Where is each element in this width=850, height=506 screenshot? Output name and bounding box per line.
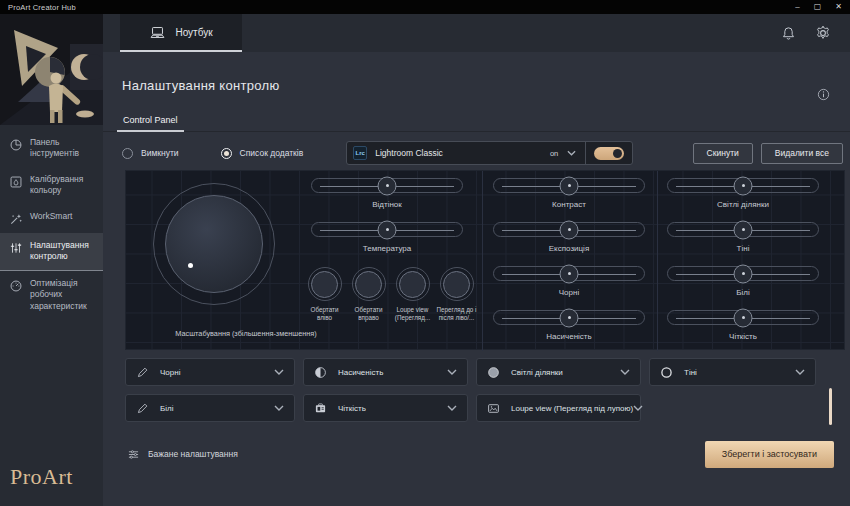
tab-laptop[interactable]: Ноутбук	[120, 14, 242, 52]
info-icon[interactable]	[817, 88, 830, 101]
gear-icon[interactable]	[814, 24, 832, 42]
sidebar-item-dashboard[interactable]: Панель інструментів	[0, 130, 103, 167]
preference-settings: Бажане налаштування	[127, 448, 238, 461]
sidebar: Панель інструментів Калібрування кольору…	[0, 14, 103, 506]
tab-bar: Control Panel	[103, 110, 850, 132]
zoom-dial-group: Масштабування (збільшення-зменшення)	[153, 183, 275, 305]
assign-dropdown-loupe-view[interactable]: Loupe view (Перегляд під лупою)	[476, 394, 641, 422]
slider-label: Відтінок	[372, 200, 402, 209]
slider-label: Насиченість	[546, 332, 591, 341]
tab-control-panel[interactable]: Control Panel	[117, 115, 184, 132]
sidebar-item-color-calibration[interactable]: Калібрування кольору	[0, 167, 103, 204]
chevron-down-icon	[795, 369, 805, 375]
vertical-scrollbar[interactable]	[829, 388, 832, 425]
assign-dropdown-shadows[interactable]: Тіні	[649, 358, 816, 386]
zoom-dial-knob[interactable]	[165, 195, 263, 293]
assign-dropdown-highlights[interactable]: Світлі ділянки	[476, 358, 641, 386]
slider-track[interactable]	[493, 266, 645, 281]
lightroom-classic-icon: Lrc	[353, 146, 367, 160]
toggle-wrap	[586, 142, 632, 164]
rotate-left-button[interactable]: Обертати вліво	[304, 267, 345, 322]
radio-disable[interactable]: Вимкнути	[122, 148, 179, 159]
button-core	[311, 271, 338, 298]
slider-knob[interactable]	[560, 220, 579, 239]
slider-track[interactable]	[667, 222, 819, 237]
rotate-right-button[interactable]: Обертати вправо	[348, 267, 389, 322]
loupe-view-button[interactable]: Loupe view (Перегляд...	[392, 267, 433, 322]
button-label: Loupe view (Перегляд...	[392, 306, 433, 322]
slider-knob[interactable]	[734, 220, 753, 239]
dropdown-label: Чіткість	[338, 404, 366, 413]
assign-dropdown-clarity[interactable]: Чіткість	[303, 394, 468, 422]
slider-knob[interactable]	[734, 176, 753, 195]
button-ring	[308, 267, 342, 301]
topbar: Ноутбук	[103, 14, 850, 52]
button-core	[443, 271, 470, 298]
close-button[interactable]: ✕	[835, 0, 842, 14]
toggle-knob	[613, 149, 622, 158]
assign-dropdown-whites[interactable]: Білі	[125, 394, 295, 422]
slider-knob[interactable]	[734, 308, 753, 327]
slider-exposure: Експозиція	[493, 222, 645, 253]
slider-knob[interactable]	[560, 176, 579, 195]
delete-all-button[interactable]: Видалити все	[761, 143, 843, 164]
slider-column-1: Відтінок Температура	[311, 178, 463, 253]
dropdown-label: Чорні	[160, 368, 180, 377]
control-mapping-panel: Масштабування (збільшення-зменшення) Від…	[125, 170, 845, 350]
button-core	[355, 271, 382, 298]
chevron-down-icon	[274, 405, 284, 411]
button-label: Обертати вліво	[304, 306, 345, 322]
sidebar-item-label: Калібрування кольору	[30, 174, 97, 197]
maximize-button[interactable]: ▢	[814, 0, 822, 14]
pen-icon	[136, 366, 150, 379]
assign-dropdown-blacks[interactable]: Чорні	[125, 358, 295, 386]
slider-knob[interactable]	[378, 176, 397, 195]
button-ring	[396, 267, 430, 301]
slider-hue: Відтінок	[311, 178, 463, 209]
shadows-icon	[660, 366, 674, 379]
app-select-dropdown[interactable]: Lrc Lightroom Classic on	[346, 141, 633, 165]
dropdown-label: Білі	[160, 404, 173, 413]
slider-knob[interactable]	[560, 264, 579, 283]
sidebar-item-worksmart[interactable]: WorkSmart	[0, 204, 103, 233]
slider-knob[interactable]	[560, 308, 579, 327]
assign-dropdown-saturation[interactable]: Насиченість	[303, 358, 468, 386]
page-title: Налаштування контролю	[122, 78, 279, 93]
minimize-button[interactable]: –	[795, 0, 799, 14]
slider-track[interactable]	[493, 310, 645, 325]
slider-track[interactable]	[493, 222, 645, 237]
pen-icon	[136, 402, 150, 415]
sidebar-item-control-settings[interactable]: Налаштування контролю	[0, 233, 103, 271]
dropdown-label: Тіні	[684, 368, 697, 377]
radio-disable-control[interactable]	[122, 148, 133, 159]
sidebar-item-label: Налаштування контролю	[30, 240, 97, 263]
proart-logo: ProArt	[10, 464, 73, 490]
slider-temperature: Температура	[311, 222, 463, 253]
dial-label: Масштабування (збільшення-зменшення)	[156, 329, 336, 338]
slider-label: Температура	[363, 244, 411, 253]
color-calibration-icon	[9, 175, 23, 189]
app-enabled-toggle[interactable]	[594, 147, 624, 160]
bell-icon[interactable]	[780, 25, 797, 42]
slider-track[interactable]	[667, 178, 819, 193]
slider-track[interactable]	[667, 266, 819, 281]
button-core	[399, 271, 426, 298]
slider-track[interactable]	[667, 310, 819, 325]
zoom-dial[interactable]	[153, 183, 275, 305]
before-after-view-button[interactable]: Перегляд до і після ліво/...	[436, 267, 477, 322]
save-apply-button[interactable]: Зберегти і застосувати	[705, 441, 834, 468]
dropdown-label: Насиченість	[338, 368, 383, 377]
slider-track[interactable]	[493, 178, 645, 193]
button-label: Обертати вправо	[348, 306, 389, 322]
slider-knob[interactable]	[378, 220, 397, 239]
dropdown-label: Світлі ділянки	[511, 368, 563, 377]
radio-app-list-control[interactable]	[221, 148, 232, 159]
slider-track[interactable]	[311, 222, 463, 237]
sidebar-item-performance-optimization[interactable]: Оптимізація робочих характеристик	[0, 271, 103, 319]
slider-track[interactable]	[311, 178, 463, 193]
reset-button[interactable]: Скинути	[693, 143, 753, 164]
radio-app-list[interactable]: Список додатків	[221, 148, 304, 159]
slider-highlights: Світлі ділянки	[667, 178, 819, 209]
chevron-down-icon	[567, 150, 576, 156]
slider-knob[interactable]	[734, 264, 753, 283]
